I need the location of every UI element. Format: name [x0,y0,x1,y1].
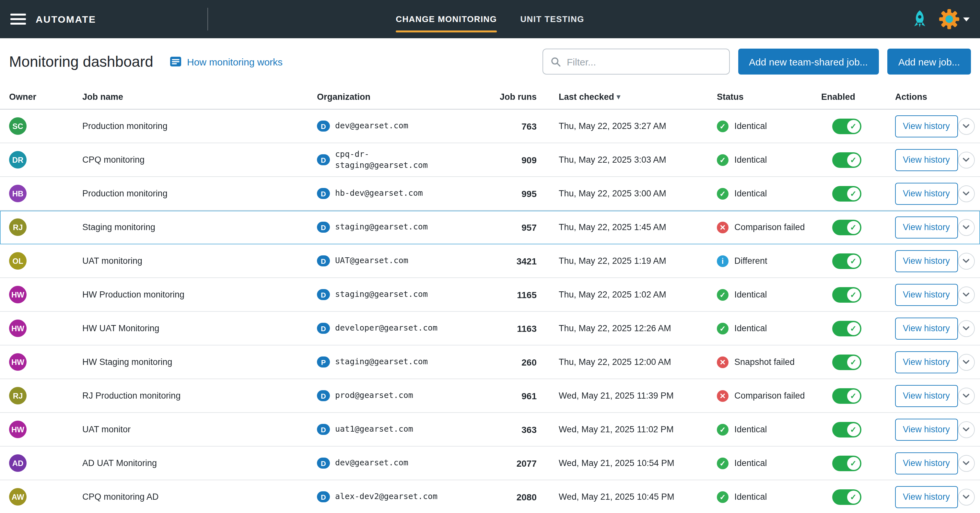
row-expand-button[interactable] [958,252,975,269]
status-cell: ✕ Snapshot failed [695,356,821,368]
job-runs-count: 961 [455,390,539,401]
org-email: cpq-dr-staging@gearset.com [335,149,455,171]
view-history-button[interactable]: View history [895,182,958,204]
toggle-check-icon: ✓ [847,187,860,200]
enabled-toggle[interactable]: ✓ [832,455,861,471]
owner-cell: HW [9,286,82,303]
view-history-button[interactable]: View history [895,115,958,137]
owner-avatar: AW [9,488,27,505]
toggle-check-icon: ✓ [847,355,860,368]
job-runs-count: 363 [455,424,539,435]
table-row: HW UAT monitor D uat1@gearset.com 363 We… [0,413,980,446]
add-team-shared-job-button[interactable]: Add new team-shared job... [738,49,879,75]
status-label: Identical [734,458,767,468]
enabled-cell: ✓ [821,287,872,302]
status-label: Identical [734,121,767,131]
owner-cell: OL [9,252,82,269]
enabled-toggle[interactable]: ✓ [832,422,861,437]
org-email: staging@gearset.com [335,221,428,233]
row-expand-button[interactable] [958,219,975,236]
chevron-down-icon [962,256,970,265]
enabled-toggle[interactable]: ✓ [832,388,861,403]
status-cell: ✓ Identical [695,188,821,199]
row-expand-button[interactable] [958,455,975,472]
owner-avatar: HW [9,286,27,303]
rocket-button[interactable] [911,10,928,29]
last-checked-timestamp: Wed, May 21, 2025 10:54 PM [539,458,695,468]
view-history-button[interactable]: View history [895,385,958,407]
add-new-job-button[interactable]: Add new job... [887,49,971,75]
last-checked-timestamp: Wed, May 21, 2025 11:02 PM [539,425,695,434]
view-history-button[interactable]: View history [895,149,958,171]
organization-cell: P staging@gearset.com [317,357,455,368]
table-row: AW CPQ monitoring AD D alex-dev2@gearset… [0,480,980,513]
row-expand-button[interactable] [958,354,975,370]
job-runs-count: 957 [455,222,539,233]
settings-button[interactable] [939,8,970,30]
organization-cell: D prod@gearset.com [317,390,455,401]
status-icon: i [717,255,729,267]
view-history-button[interactable]: View history [895,216,958,238]
column-header-job-name: Job name [82,92,317,102]
organization-cell: D hb-dev@gearset.com [317,188,455,199]
enabled-toggle[interactable]: ✓ [832,287,861,302]
row-expand-button[interactable] [958,118,975,134]
tab-unit-testing[interactable]: UNIT TESTING [520,0,584,38]
job-name: HW Staging monitoring [82,357,317,367]
org-type-badge: P [317,357,330,368]
last-checked-timestamp: Thu, May 22, 2025 1:02 AM [539,290,695,300]
enabled-toggle[interactable]: ✓ [832,152,861,167]
job-name: AD UAT Monitoring [82,458,317,468]
job-name: Staging monitoring [82,222,317,232]
enabled-toggle[interactable]: ✓ [832,253,861,269]
view-history-button[interactable]: View history [895,351,958,373]
enabled-toggle[interactable]: ✓ [832,219,861,235]
toggle-check-icon: ✓ [847,423,860,436]
row-expand-button[interactable] [958,421,975,438]
view-history-button[interactable]: View history [895,317,958,339]
enabled-toggle[interactable]: ✓ [832,186,861,201]
actions-cell: View history [872,182,977,204]
status-icon: ✓ [717,289,729,300]
view-history-button[interactable]: View history [895,452,958,474]
view-history-button[interactable]: View history [895,418,958,440]
last-checked-timestamp: Thu, May 22, 2025 3:27 AM [539,121,695,131]
view-history-button[interactable]: View history [895,486,958,508]
table-row: HW HW Production monitoring D staging@ge… [0,278,980,312]
column-header-last-checked[interactable]: Last checked ▾ [539,92,695,102]
rocket-icon [911,10,928,29]
row-expand-button[interactable] [958,488,975,505]
row-expand-button[interactable] [958,387,975,404]
enabled-toggle[interactable]: ✓ [832,320,861,336]
view-history-button[interactable]: View history [895,250,958,272]
toggle-check-icon: ✓ [847,119,860,132]
row-expand-button[interactable] [958,151,975,168]
filter-input[interactable] [567,56,722,67]
brand-group: AUTOMATE [10,14,96,25]
owner-cell: AW [9,488,82,505]
actions-cell: View history [872,284,977,306]
row-expand-button[interactable] [958,286,975,303]
status-cell: ✓ Identical [695,120,821,132]
enabled-cell: ✓ [821,388,872,403]
org-type-badge: D [317,289,330,300]
topbar: AUTOMATE CHANGE MONITORING UNIT TESTING [0,0,980,38]
status-cell: i Different [695,255,821,267]
org-email: alex-dev2@gearset.com [335,491,438,502]
help-link-label: How monitoring works [187,56,283,67]
enabled-toggle[interactable]: ✓ [832,118,861,134]
tab-change-monitoring[interactable]: CHANGE MONITORING [396,0,497,38]
chevron-down-icon [962,156,970,164]
org-email: UAT@gearset.com [335,255,408,266]
enabled-cell: ✓ [821,253,872,269]
row-expand-button[interactable] [958,320,975,337]
view-history-button[interactable]: View history [895,284,958,306]
row-expand-button[interactable] [958,185,975,202]
enabled-toggle[interactable]: ✓ [832,489,861,505]
enabled-toggle[interactable]: ✓ [832,354,861,370]
help-link[interactable]: How monitoring works [170,56,283,67]
hamburger-menu-button[interactable] [10,14,26,25]
status-icon: ✕ [717,221,729,233]
org-type-badge: D [317,491,330,502]
status-cell: ✓ Identical [695,424,821,435]
